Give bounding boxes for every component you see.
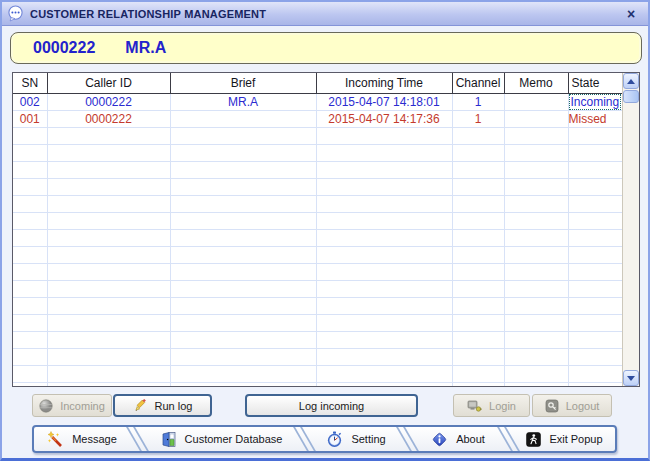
exit-person-icon: [526, 432, 541, 447]
scrollbar-track[interactable]: [623, 103, 639, 370]
caller-banner: 0000222 MR.A: [10, 32, 642, 64]
door-icon: [160, 431, 177, 448]
tab-customer-database-label: Customer Database: [185, 433, 283, 445]
cell-caller_id[interactable]: 0000222: [47, 93, 170, 110]
tab-about[interactable]: About: [415, 427, 501, 451]
caller-number: 0000222: [33, 39, 95, 57]
table-row-empty: [13, 297, 622, 314]
table-row-empty: [13, 280, 622, 297]
info-diamond-icon: [431, 431, 448, 448]
table-row[interactable]: 00100002222015-04-07 14:17:361Missed: [13, 110, 622, 127]
window-title: CUSTOMER RELATIONSHIP MANAGEMENT: [30, 8, 266, 20]
cell-memo[interactable]: [504, 93, 568, 110]
call-log-table: SN Caller ID Brief Incoming Time Channel…: [12, 72, 640, 387]
logout-button-label: Logout: [566, 400, 600, 412]
cell-caller_id[interactable]: 0000222: [47, 110, 170, 127]
table-row-empty: [13, 229, 622, 246]
globe-icon: [39, 399, 53, 413]
col-header-brief[interactable]: Brief: [170, 73, 316, 93]
table-row-empty: [13, 246, 622, 263]
tab-about-label: About: [456, 433, 485, 445]
close-icon[interactable]: ×: [622, 5, 640, 23]
table-row-empty: [13, 212, 622, 229]
speech-bubble-icon: [7, 5, 24, 22]
cell-incoming_time[interactable]: 2015-04-07 14:17:36: [316, 110, 452, 127]
run-log-button-label: Run log: [155, 400, 193, 412]
tab-setting-label: Setting: [351, 433, 385, 445]
table-row-empty: [13, 314, 622, 331]
run-log-button[interactable]: Run log: [113, 394, 212, 417]
cell-state[interactable]: Missed: [568, 110, 622, 127]
table-row-empty: [13, 161, 622, 178]
user-key-icon: [467, 399, 482, 413]
tab-exit-popup[interactable]: Exit Popup: [516, 427, 613, 451]
table-row-empty: [13, 178, 622, 195]
col-header-channel[interactable]: Channel: [452, 73, 504, 93]
tab-message-label: Message: [72, 433, 117, 445]
call-table-body: 0020000222MR.A2015-04-07 14:18:011Incomi…: [13, 93, 622, 387]
login-button-label: Login: [489, 400, 516, 412]
cell-brief[interactable]: MR.A: [170, 93, 316, 110]
pencil-icon: [133, 398, 148, 413]
cell-state[interactable]: Incoming: [568, 93, 622, 110]
col-header-memo[interactable]: Memo: [504, 73, 568, 93]
cell-incoming_time[interactable]: 2015-04-07 14:18:01: [316, 93, 452, 110]
stopwatch-icon: [326, 431, 343, 448]
table-row-empty: [13, 331, 622, 348]
tab-message[interactable]: Message: [34, 427, 130, 451]
col-header-sn[interactable]: SN: [13, 73, 47, 93]
table-row-empty: [13, 127, 622, 144]
cell-sn[interactable]: 002: [13, 93, 47, 110]
tab-exit-popup-label: Exit Popup: [549, 433, 602, 445]
col-header-incoming-time[interactable]: Incoming Time: [316, 73, 452, 93]
table-row-empty: [13, 195, 622, 212]
table-row-empty: [13, 144, 622, 161]
col-header-state[interactable]: State: [568, 73, 622, 93]
scrollbar-thumb[interactable]: [623, 90, 639, 103]
bottom-tab-bar: Message Customer Database S: [32, 425, 617, 453]
incoming-button[interactable]: Incoming: [32, 394, 112, 417]
tab-setting[interactable]: Setting: [312, 427, 400, 451]
scroll-up-button[interactable]: [623, 73, 639, 89]
arrow-down-icon: [627, 376, 635, 381]
login-button[interactable]: Login: [453, 394, 530, 417]
logout-button[interactable]: Logout: [532, 394, 612, 417]
arrow-up-icon: [627, 79, 635, 84]
scroll-down-button[interactable]: [623, 370, 639, 386]
title-bar: CUSTOMER RELATIONSHIP MANAGEMENT ×: [2, 2, 648, 26]
incoming-button-label: Incoming: [60, 400, 105, 412]
call-table: SN Caller ID Brief Incoming Time Channel…: [13, 73, 622, 387]
focused-state-cell[interactable]: Incoming: [569, 94, 622, 110]
table-row-empty: [13, 365, 622, 382]
table-row-empty: [13, 382, 622, 387]
table-row[interactable]: 0020000222MR.A2015-04-07 14:18:011Incomi…: [13, 93, 622, 110]
log-incoming-button-label: Log incoming: [299, 400, 364, 412]
col-header-caller-id[interactable]: Caller ID: [47, 73, 170, 93]
tab-customer-database[interactable]: Customer Database: [145, 427, 297, 451]
cell-memo[interactable]: [504, 110, 568, 127]
table-row-empty: [13, 263, 622, 280]
caller-name: MR.A: [125, 39, 166, 57]
table-row-empty: [13, 348, 622, 365]
cell-sn[interactable]: 001: [13, 110, 47, 127]
table-header-row: SN Caller ID Brief Incoming Time Channel…: [13, 73, 622, 93]
cell-channel[interactable]: 1: [452, 110, 504, 127]
magic-wand-icon: [47, 431, 64, 448]
key-icon: [545, 399, 559, 413]
cell-brief[interactable]: [170, 110, 316, 127]
app-window: CUSTOMER RELATIONSHIP MANAGEMENT × 00002…: [0, 0, 650, 461]
log-incoming-button[interactable]: Log incoming: [245, 394, 418, 417]
cell-channel[interactable]: 1: [452, 93, 504, 110]
vertical-scrollbar[interactable]: [622, 73, 639, 386]
